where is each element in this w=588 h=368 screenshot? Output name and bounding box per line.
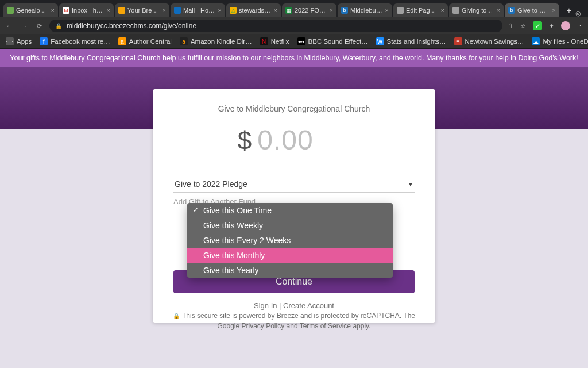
bookmark-item[interactable]: WStats and Insights… <box>376 37 446 45</box>
tab-title: Edit Page ‹… <box>406 7 439 14</box>
breeze-link[interactable]: Breeze <box>277 312 299 320</box>
mission-banner: Your gifts to Middlebury Congregational … <box>0 49 588 67</box>
bookmark-favicon: ≡ <box>454 37 462 45</box>
bookmark-item[interactable]: ⋮⋮Apps <box>6 37 32 45</box>
tab-title: 2022 FOLL… <box>295 7 327 14</box>
back-button[interactable]: ← <box>5 22 14 29</box>
tab-favicon: b <box>341 7 348 14</box>
signin-link[interactable]: Sign In | Create Account <box>173 301 415 310</box>
tab-close-icon[interactable]: × <box>385 7 389 14</box>
frequency-option[interactable]: Give this Yearly <box>187 263 393 278</box>
bookmark-item[interactable]: fFacebook most re… <box>40 37 110 45</box>
tab-title: Your Breez… <box>127 7 160 14</box>
toolbar-right: ⇧ ☆ ✓ ✦ ⋮ <box>508 21 583 30</box>
browser-tab[interactable]: Your Breez…× <box>115 3 169 17</box>
reload-button[interactable]: ⟳ <box>34 22 44 30</box>
bookmark-label: Amazon Kindle Dir… <box>191 38 252 45</box>
lock-icon: 🔒 <box>55 23 62 29</box>
tab-close-icon[interactable]: × <box>107 7 110 14</box>
bookmark-item[interactable]: aAmazon Kindle Dir… <box>180 37 252 45</box>
bookmark-item[interactable]: ☁My files - OneDrive <box>532 37 588 45</box>
browser-tab[interactable]: Edit Page ‹…× <box>393 3 448 17</box>
tab-favicon <box>174 7 181 14</box>
address-bar: ← → ⟳ 🔒 middleburycc.breezechms.com/give… <box>0 17 588 34</box>
browser-tab[interactable]: Giving to M…× <box>449 3 504 17</box>
tab-title: Mail - How… <box>183 7 216 14</box>
bookmark-label: Apps <box>17 38 32 45</box>
new-tab-button[interactable]: + <box>563 5 575 17</box>
tab-strip: Genealogy…×MInbox - how…×Your Breez…×Mai… <box>0 0 588 17</box>
browser-tab[interactable]: Mail - How…× <box>171 3 225 17</box>
tab-close-icon[interactable]: × <box>274 7 277 14</box>
fund-select[interactable]: Give to 2022 Pledge ▼ <box>173 176 415 193</box>
tab-close-icon[interactable]: × <box>218 7 222 14</box>
amount-row: $ <box>173 124 415 156</box>
frequency-dropdown[interactable]: Give this One TimeGive this WeeklyGive t… <box>187 203 393 278</box>
bookmark-item[interactable]: aAuthor Central <box>118 37 172 45</box>
url-field[interactable]: 🔒 middleburycc.breezechms.com/give/onlin… <box>49 20 502 32</box>
fund-selected-label: Give to 2022 Pledge <box>175 179 247 189</box>
bookmark-item[interactable]: NNetflix <box>260 37 289 45</box>
tab-close-icon[interactable]: × <box>51 7 55 14</box>
bookmark-label: Facebook most re… <box>51 38 110 45</box>
tos-link[interactable]: Terms of Service <box>300 322 351 330</box>
bookmark-label: Stats and Insights… <box>387 38 446 45</box>
bookmark-label: Netflix <box>271 38 289 45</box>
bookmark-item[interactable]: •••BBC Sound Effect… <box>297 37 368 45</box>
forward-button[interactable]: → <box>20 22 29 29</box>
tab-close-icon[interactable]: × <box>497 7 500 14</box>
bookmark-label: Author Central <box>129 38 172 45</box>
chevron-down-icon: ▼ <box>408 181 413 187</box>
footer-text: and is protected by reCAPTCHA. The <box>299 312 415 320</box>
tab-title: Genealogy… <box>16 7 49 14</box>
frequency-option[interactable]: Give this Every 2 Weeks <box>187 233 393 248</box>
tab-favicon: b <box>508 7 515 14</box>
bookmark-favicon: N <box>260 37 268 45</box>
browser-tab[interactable]: MInbox - how…× <box>59 3 114 17</box>
tab-close-icon[interactable]: × <box>163 7 166 14</box>
tab-title: Giving to M… <box>462 7 494 14</box>
kebab-menu-icon[interactable]: ⋮ <box>577 22 583 30</box>
frequency-option[interactable]: Give this One Time <box>187 203 393 218</box>
browser-tab[interactable]: △stewardshi…× <box>226 3 281 17</box>
bookmarks-bar: ⋮⋮AppsfFacebook most re…aAuthor Centrala… <box>0 34 588 49</box>
bookmark-star-icon[interactable]: ☆ <box>520 22 526 30</box>
bookmark-label: BBC Sound Effect… <box>308 38 368 45</box>
share-icon[interactable]: ⇧ <box>508 22 513 30</box>
card-title: Give to Middlebury Congregational Church <box>173 104 415 113</box>
privacy-policy-link[interactable]: Privacy Policy <box>242 322 285 330</box>
extensions-icon[interactable]: ✦ <box>549 22 554 30</box>
bookmark-favicon: a <box>118 37 126 45</box>
frequency-option[interactable]: Give this Monthly <box>187 248 393 263</box>
tab-favicon <box>118 7 125 14</box>
bookmark-label: Newtown Savings… <box>465 38 524 45</box>
bookmark-favicon: f <box>40 37 48 45</box>
tab-favicon <box>7 7 14 14</box>
browser-tab[interactable]: ▦2022 FOLL…× <box>282 3 336 17</box>
bookmark-favicon: W <box>376 37 384 45</box>
footer-text: Google <box>217 322 241 330</box>
tab-close-icon[interactable]: × <box>441 7 444 14</box>
url-text: middleburycc.breezechms.com/give/online <box>67 22 196 30</box>
browser-tab[interactable]: bMiddlebury…× <box>338 3 392 17</box>
bullseye-icon[interactable]: ◎ <box>575 10 581 17</box>
page-footer: 🔒This secure site is powered by Breeze a… <box>0 310 588 331</box>
browser-tab[interactable]: Genealogy…× <box>3 3 58 17</box>
tab-title: Middlebury… <box>350 7 383 14</box>
bookmark-favicon: a <box>180 37 188 45</box>
amount-input[interactable] <box>256 124 350 156</box>
extension-check-icon[interactable]: ✓ <box>533 21 542 30</box>
tab-favicon: △ <box>230 7 237 14</box>
bookmark-favicon: ☁ <box>532 37 540 45</box>
bookmark-item[interactable]: ≡Newtown Savings… <box>454 37 524 45</box>
tab-title: stewardshi… <box>239 7 272 14</box>
browser-tab[interactable]: bGive to Mid…× <box>505 3 559 17</box>
window-icons: ◎ <box>575 10 585 17</box>
tab-favicon <box>452 7 459 14</box>
lock-icon: 🔒 <box>173 313 180 319</box>
avatar[interactable] <box>561 21 570 30</box>
tab-close-icon[interactable]: × <box>330 7 333 14</box>
tab-favicon: ▦ <box>285 7 292 14</box>
frequency-option[interactable]: Give this Weekly <box>187 218 393 233</box>
tab-close-icon[interactable]: × <box>552 7 556 14</box>
